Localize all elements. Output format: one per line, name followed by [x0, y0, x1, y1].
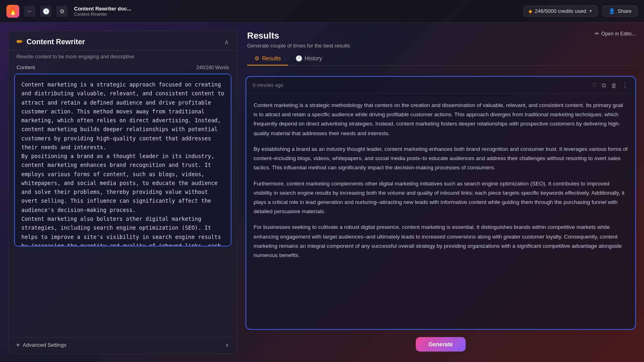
result-content: Content marketing is a strategic methodo… [246, 94, 635, 329]
trash-icon: 🗑 [611, 82, 617, 89]
result-paragraph: By establishing a brand as an industry t… [254, 144, 628, 173]
results-title: Results [247, 31, 350, 41]
right-panel: Results Generate couple of times for the… [246, 31, 636, 354]
back-button[interactable]: ← [24, 6, 35, 17]
tab-results[interactable]: ⚙ Results [247, 52, 288, 66]
logo-icon: 🔥 [8, 7, 17, 16]
settings-icon: ⚙ [60, 8, 65, 14]
heart-button[interactable]: ♡ [591, 81, 598, 90]
content-textarea-wrapper [8, 74, 237, 337]
content-label: Content [17, 64, 35, 70]
doc-title-group: Content Rewriter doc... Content Rewriter [74, 6, 131, 16]
credits-chevron-icon: ▼ [588, 9, 592, 13]
results-tab-icon: ⚙ [254, 55, 260, 62]
doc-title: Content Rewriter doc... [74, 6, 131, 12]
left-panel-header: ✏ Content Rewriter ∧ [8, 31, 237, 51]
result-card: 0 minutes ago ♡ ⧉ 🗑 ⋮ Con [246, 76, 636, 330]
bottom-bar: Generate [246, 330, 636, 354]
result-card-header: 0 minutes ago ♡ ⧉ 🗑 ⋮ [246, 77, 635, 94]
copy-icon: ⧉ [602, 82, 606, 88]
tab-history[interactable]: 🕐 History [288, 52, 330, 66]
advanced-settings-chevron-icon: ∨ [225, 342, 229, 348]
advanced-settings-label: Advanced Settings [23, 342, 66, 348]
credits-diamond-icon: ◆ [528, 8, 532, 14]
advanced-settings-icon: ≡ [17, 342, 20, 348]
results-tabs: ⚙ Results 🕐 History [247, 52, 636, 66]
history-tab-icon: 🕐 [295, 55, 302, 62]
pencil-icon: ✏ [17, 37, 23, 46]
credits-text: 246/5000 credits used [535, 8, 586, 14]
left-panel-title-group: ✏ Content Rewriter [17, 37, 85, 46]
left-panel-footer: ≡ Advanced Settings ∨ [8, 337, 237, 354]
history-tab-label: History [305, 55, 322, 62]
back-icon: ← [27, 8, 33, 14]
results-subtitle: Generate couple of times for the best re… [247, 43, 350, 49]
app-logo: 🔥 [6, 5, 19, 18]
advanced-settings-toggle[interactable]: ≡ Advanced Settings [17, 342, 66, 348]
result-timestamp: 0 minutes ago [253, 82, 283, 88]
topnav: 🔥 ← 🕐 ⚙ Content Rewriter doc... Content … [0, 0, 644, 23]
copy-button[interactable]: ⧉ [601, 81, 607, 90]
result-paragraph: Furthermore, content marketing complemen… [254, 179, 628, 216]
left-panel-title: Content Rewriter [27, 38, 85, 46]
result-paragraph: Content marketing is a strategic methodo… [254, 101, 628, 138]
right-header: Results Generate couple of times for the… [246, 31, 636, 76]
trash-button[interactable]: 🗑 [610, 81, 618, 90]
open-editor-label: Open in Edito... [601, 31, 636, 37]
collapse-icon[interactable]: ∧ [224, 38, 229, 46]
main-layout: ✏ Content Rewriter ∧ Rewrite content to … [0, 23, 644, 362]
doc-subtitle: Content Rewriter [74, 12, 131, 16]
open-editor-icon: ✏ [595, 31, 599, 37]
generate-button[interactable]: Generate [416, 337, 466, 352]
share-icon: 👤 [609, 8, 615, 14]
credits-display[interactable]: ◆ 246/5000 credits used ▼ [523, 6, 598, 16]
history-button[interactable]: 🕐 [40, 6, 52, 17]
history-icon: 🕐 [43, 8, 50, 14]
result-paragraph: For businesses seeking to cultivate a ro… [254, 222, 628, 260]
results-tab-label: Results [262, 55, 281, 62]
open-editor-button[interactable]: ✏ Open in Edito... [595, 31, 636, 37]
content-textarea[interactable] [14, 74, 231, 247]
left-panel: ✏ Content Rewriter ∧ Rewrite content to … [8, 31, 237, 354]
settings-button[interactable]: ⚙ [56, 6, 68, 17]
more-icon: ⋮ [622, 82, 628, 88]
left-panel-subtitle: Rewrite content to be more engaging and … [8, 51, 237, 63]
heart-icon: ♡ [592, 82, 597, 88]
content-label-row: Content 240/240 Words [8, 63, 237, 74]
more-button[interactable]: ⋮ [621, 81, 629, 90]
share-label: Share [617, 8, 632, 14]
word-count: 240/240 Words [196, 65, 229, 70]
result-actions: ♡ ⧉ 🗑 ⋮ [591, 81, 629, 90]
share-button[interactable]: 👤 Share [603, 6, 638, 16]
